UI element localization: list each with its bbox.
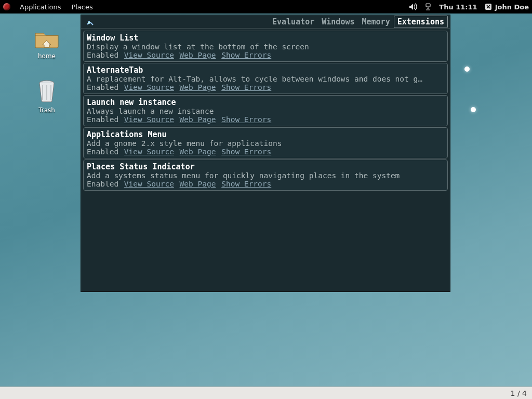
- link-web-page[interactable]: Web Page: [180, 51, 216, 59]
- link-view-source[interactable]: View Source: [124, 180, 174, 188]
- extension-actions: Enabled View Source Web Page Show Errors: [87, 51, 444, 59]
- link-web-page[interactable]: Web Page: [180, 148, 216, 156]
- link-view-source[interactable]: View Source: [124, 51, 174, 59]
- link-show-errors[interactable]: Show Errors: [221, 115, 271, 124]
- extension-description: Display a window list at the bottom of t…: [87, 43, 444, 51]
- extension-description: Always launch a new instance: [87, 107, 444, 115]
- extension-state: Enabled: [87, 148, 118, 156]
- panel-right: Thu 11:11 John Doe: [409, 3, 529, 11]
- tab-windows[interactable]: Windows: [318, 16, 358, 28]
- extension-actions: Enabled View Source Web Page Show Errors: [87, 83, 444, 91]
- extension-item: AlternateTabA replacement for Alt-Tab, a…: [83, 63, 448, 94]
- user-menu[interactable]: John Doe: [485, 3, 529, 11]
- link-web-page[interactable]: Web Page: [180, 180, 216, 188]
- extension-description: A replacement for Alt-Tab, allows to cyc…: [87, 75, 444, 83]
- extension-name: AlternateTab: [87, 65, 444, 75]
- link-show-errors[interactable]: Show Errors: [221, 51, 271, 59]
- extension-item: Places Status IndicatorAdd a systems sta…: [83, 159, 448, 191]
- clock[interactable]: Thu 11:11: [439, 3, 477, 11]
- tab-extensions[interactable]: Extensions: [394, 16, 448, 28]
- extension-state: Enabled: [87, 115, 118, 124]
- user-name-label: John Doe: [495, 3, 529, 11]
- folder-home-icon: [34, 28, 59, 49]
- workspace-indicator[interactable]: 1 / 4: [511, 389, 527, 397]
- link-web-page[interactable]: Web Page: [180, 83, 216, 91]
- desktop-icon-trash[interactable]: Trash: [26, 79, 68, 114]
- picker-tool-icon[interactable]: [85, 17, 95, 26]
- user-status-icon: [485, 3, 492, 10]
- looking-glass-tabs: Evaluator Windows Memory Extensions: [269, 16, 448, 28]
- tab-memory[interactable]: Memory: [358, 16, 394, 28]
- extension-actions: Enabled View Source Web Page Show Errors: [87, 148, 444, 156]
- extension-actions: Enabled View Source Web Page Show Errors: [87, 115, 444, 124]
- extension-actions: Enabled View Source Web Page Show Errors: [87, 180, 444, 188]
- desktop-icon-home[interactable]: home: [26, 28, 68, 60]
- panel-left: Applications Places: [3, 3, 97, 11]
- extensions-list: Window ListDisplay a window list at the …: [81, 29, 450, 291]
- svg-rect-0: [426, 4, 430, 7]
- distro-logo-icon: [3, 3, 10, 10]
- extension-item: Launch new instanceAlways launch a new i…: [83, 95, 448, 126]
- places-menu[interactable]: Places: [67, 3, 97, 11]
- link-view-source[interactable]: View Source: [124, 83, 174, 91]
- volume-icon[interactable]: [409, 3, 417, 10]
- extension-name: Window List: [87, 33, 444, 43]
- extension-state: Enabled: [87, 180, 118, 188]
- extension-item: Window ListDisplay a window list at the …: [83, 31, 448, 62]
- extension-state: Enabled: [87, 51, 118, 59]
- desktop-icon-trash-label: Trash: [26, 107, 68, 114]
- decoration-dot: [464, 66, 470, 72]
- extension-description: Add a gnome 2.x style menu for applicati…: [87, 139, 444, 148]
- extension-description: Add a systems status menu for quickly na…: [87, 171, 444, 180]
- link-web-page[interactable]: Web Page: [180, 115, 216, 124]
- bottom-panel: 1 / 4: [0, 387, 532, 399]
- link-view-source[interactable]: View Source: [124, 148, 174, 156]
- extension-name: Launch new instance: [87, 98, 444, 107]
- link-show-errors[interactable]: Show Errors: [221, 83, 271, 91]
- link-show-errors[interactable]: Show Errors: [221, 180, 271, 188]
- extension-item: Applications MenuAdd a gnome 2.x style m…: [83, 127, 448, 158]
- extension-name: Places Status Indicator: [87, 162, 444, 171]
- link-view-source[interactable]: View Source: [124, 115, 174, 124]
- extension-state: Enabled: [87, 83, 118, 91]
- top-panel: Applications Places Thu 11:11 John Doe: [0, 0, 532, 14]
- extension-name: Applications Menu: [87, 130, 444, 139]
- network-icon[interactable]: [424, 3, 432, 10]
- trash-icon: [36, 79, 57, 103]
- looking-glass-header: Evaluator Windows Memory Extensions: [81, 15, 450, 29]
- link-show-errors[interactable]: Show Errors: [221, 148, 271, 156]
- decoration-dot: [471, 107, 476, 112]
- looking-glass-window: Evaluator Windows Memory Extensions Wind…: [81, 15, 450, 292]
- desktop-icon-home-label: home: [26, 52, 68, 60]
- tab-evaluator[interactable]: Evaluator: [269, 16, 318, 28]
- applications-menu[interactable]: Applications: [16, 3, 65, 11]
